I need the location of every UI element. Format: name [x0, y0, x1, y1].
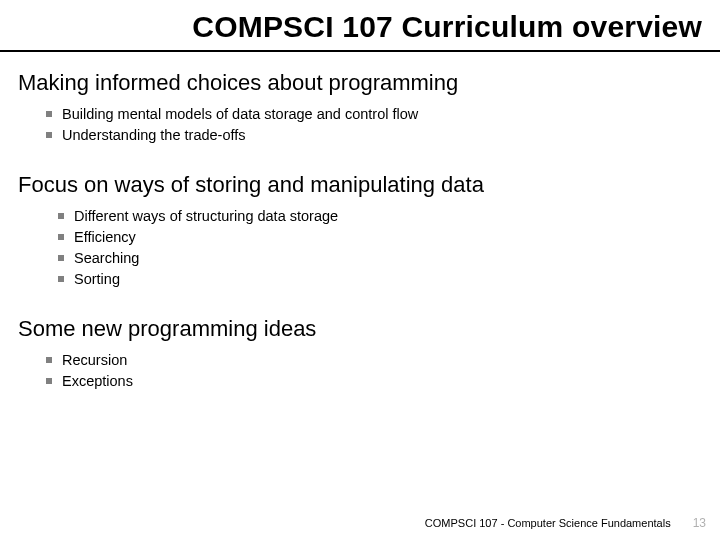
list-item-text: Sorting [74, 269, 120, 290]
bullet-icon [46, 357, 52, 363]
page-number: 13 [693, 516, 706, 530]
bullet-icon [58, 276, 64, 282]
bullet-list: Building mental models of data storage a… [18, 104, 702, 146]
list-item-text: Building mental models of data storage a… [62, 104, 418, 125]
bullet-list: Recursion Exceptions [18, 350, 702, 392]
list-item: Different ways of structuring data stora… [58, 206, 702, 227]
list-item-text: Efficiency [74, 227, 136, 248]
bullet-icon [46, 111, 52, 117]
list-item-text: Understanding the trade-offs [62, 125, 246, 146]
slide-content: Making informed choices about programmin… [0, 52, 720, 392]
list-item: Understanding the trade-offs [46, 125, 702, 146]
bullet-icon [58, 234, 64, 240]
bullet-icon [58, 255, 64, 261]
footer-text: COMPSCI 107 - Computer Science Fundament… [425, 517, 671, 529]
list-item: Sorting [58, 269, 702, 290]
section-heading: Making informed choices about programmin… [18, 70, 702, 96]
list-item: Recursion [46, 350, 702, 371]
list-item-text: Recursion [62, 350, 127, 371]
section-heading: Some new programming ideas [18, 316, 702, 342]
slide-title: COMPSCI 107 Curriculum overview [0, 10, 702, 44]
list-item: Building mental models of data storage a… [46, 104, 702, 125]
list-item-text: Exceptions [62, 371, 133, 392]
list-item: Searching [58, 248, 702, 269]
list-item: Exceptions [46, 371, 702, 392]
bullet-icon [58, 213, 64, 219]
list-item-text: Searching [74, 248, 139, 269]
list-item-text: Different ways of structuring data stora… [74, 206, 338, 227]
bullet-icon [46, 132, 52, 138]
bullet-icon [46, 378, 52, 384]
section-heading: Focus on ways of storing and manipulatin… [18, 172, 702, 198]
slide-footer: COMPSCI 107 - Computer Science Fundament… [425, 516, 706, 530]
list-item: Efficiency [58, 227, 702, 248]
bullet-list: Different ways of structuring data stora… [18, 206, 702, 290]
